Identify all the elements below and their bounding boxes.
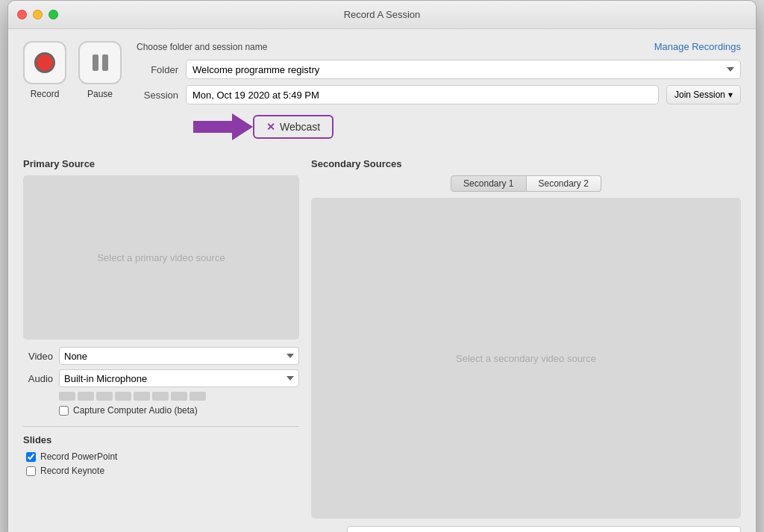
titlebar: Record A Session: [8, 1, 756, 29]
secondary-tabs: Secondary 1 Secondary 2: [311, 175, 741, 192]
window-controls: [17, 10, 58, 19]
meter-bar-7: [171, 392, 187, 401]
join-session-chevron-icon: ▾: [728, 90, 733, 100]
secondary-video-area: Select a secondary video source: [311, 198, 741, 519]
folder-label: Folder: [137, 64, 178, 75]
video-label: Video: [23, 351, 53, 362]
form-header: Choose folder and session name Manage Re…: [137, 41, 741, 52]
content-area: Record Pause Choose folder and session n…: [8, 29, 756, 532]
choose-folder-label: Choose folder and session name: [137, 42, 267, 52]
slides-title: Slides: [23, 434, 299, 445]
meter-bar-3: [96, 392, 113, 401]
meter-bar-5: [134, 392, 150, 401]
secondary-tab-2[interactable]: Secondary 2: [527, 175, 601, 192]
primary-source-panel: Primary Source Select a primary video so…: [23, 158, 299, 532]
record-powerpoint-checkbox[interactable]: [26, 452, 36, 462]
audio-meter: [59, 392, 299, 401]
pause-control: Pause: [78, 41, 122, 99]
meter-bar-6: [152, 392, 169, 401]
webcast-row: ✕ Webcast: [193, 110, 741, 143]
audio-select[interactable]: Built-in Microphone: [59, 369, 299, 387]
meter-bar-8: [190, 392, 206, 401]
join-session-label: Join Session: [674, 90, 725, 100]
session-row: Session Join Session ▾: [137, 85, 741, 104]
folder-row: Folder Welcome programme registry: [137, 60, 741, 79]
record-controls: Record Pause: [23, 41, 122, 99]
join-session-button[interactable]: Join Session ▾: [666, 85, 741, 104]
primary-video-area: Select a primary video source: [23, 175, 299, 339]
record-control: Record: [23, 41, 66, 99]
secondary-source-select[interactable]: None: [347, 526, 741, 532]
audio-source-row: Audio Built-in Microphone: [23, 369, 299, 387]
video-source-row: Video None: [23, 347, 299, 365]
main-panels: Primary Source Select a primary video so…: [23, 158, 741, 532]
record-keynote-label: Record Keynote: [40, 466, 104, 476]
secondary-tab-1[interactable]: Secondary 1: [451, 175, 526, 192]
capture-audio-row: Capture Computer Audio (beta): [59, 405, 299, 416]
audio-label: Audio: [23, 373, 53, 384]
svg-marker-0: [193, 113, 253, 140]
pause-icon: [93, 54, 108, 71]
capture-audio-label: Capture Computer Audio (beta): [73, 405, 198, 416]
video-select[interactable]: None: [59, 347, 299, 365]
secondary-source-panel: Secondary Sources Secondary 1 Secondary …: [311, 158, 741, 532]
secondary-video-placeholder: Select a secondary video source: [456, 353, 596, 364]
minimize-button[interactable]: [33, 10, 43, 19]
record-powerpoint-row: Record PowerPoint: [26, 451, 299, 462]
meter-bar-1: [59, 392, 75, 401]
primary-video-placeholder: Select a primary video source: [97, 252, 225, 263]
capture-audio-checkbox[interactable]: [59, 406, 69, 416]
slides-section: Slides Record PowerPoint Record Keynote: [23, 426, 299, 476]
session-form: Choose folder and session name Manage Re…: [137, 41, 741, 146]
session-input[interactable]: [186, 85, 659, 104]
record-keynote-row: Record Keynote: [26, 466, 299, 476]
maximize-button[interactable]: [48, 10, 58, 19]
arrow-icon: [193, 110, 253, 143]
secondary-source-label: Source: [311, 530, 341, 533]
record-powerpoint-label: Record PowerPoint: [40, 451, 117, 462]
webcast-x-icon: ✕: [266, 121, 275, 133]
top-section: Record Pause Choose folder and session n…: [23, 41, 741, 146]
secondary-source-title: Secondary Sources: [311, 158, 741, 169]
main-window: Record A Session Record: [7, 0, 757, 532]
session-label: Session: [137, 90, 178, 101]
record-keynote-checkbox[interactable]: [26, 466, 36, 476]
meter-bar-4: [115, 392, 131, 401]
meter-bar-2: [78, 392, 94, 401]
folder-select[interactable]: Welcome programme registry: [186, 60, 741, 79]
close-button[interactable]: [17, 10, 27, 19]
record-icon: [34, 52, 55, 73]
record-button[interactable]: [23, 41, 66, 84]
window-title: Record A Session: [344, 9, 421, 20]
pause-button[interactable]: [78, 41, 122, 84]
manage-recordings-link[interactable]: Manage Recordings: [654, 41, 741, 52]
webcast-button[interactable]: ✕ Webcast: [253, 115, 334, 139]
secondary-source-row: Source None: [311, 526, 741, 532]
webcast-label: Webcast: [280, 121, 320, 133]
pause-label: Pause: [87, 89, 113, 99]
record-label: Record: [31, 89, 60, 99]
primary-source-title: Primary Source: [23, 158, 299, 169]
